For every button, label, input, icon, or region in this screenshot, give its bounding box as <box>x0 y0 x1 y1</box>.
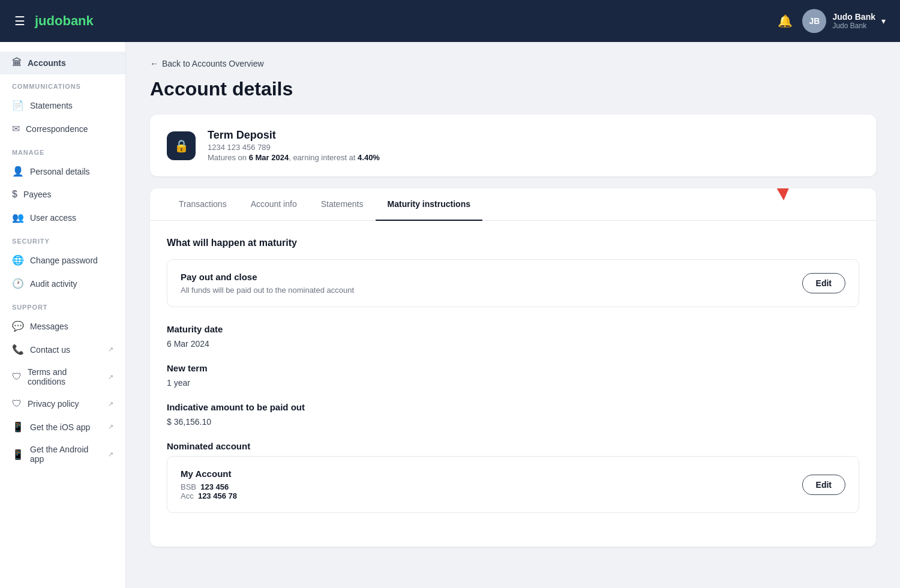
shield-icon-privacy: 🛡 <box>12 398 22 409</box>
account-matures: Matures on 6 Mar 2024, earning interest … <box>208 153 380 162</box>
matures-mid: , earning interest at <box>289 153 358 162</box>
sidebar-change-password-label: Change password <box>30 256 98 265</box>
sidebar-item-contact-us[interactable]: 📞 Contact us ↗ <box>0 338 125 361</box>
bell-icon[interactable]: 🔔 <box>778 14 793 28</box>
back-arrow-icon: ← <box>150 59 158 68</box>
external-link-icon-terms: ↗ <box>108 373 113 381</box>
logo-prefix: judo <box>35 13 62 28</box>
android-icon: 📱 <box>12 449 24 460</box>
message-icon: 💬 <box>12 320 24 332</box>
new-term-value: 1 year <box>167 378 859 388</box>
new-term-section: New term 1 year <box>167 363 859 388</box>
payout-title: Pay out and close <box>181 272 354 282</box>
nominated-account-box: My Account BSB 123 456 Acc 123 456 78 Ed… <box>167 456 859 513</box>
maturity-date-label: Maturity date <box>167 324 859 334</box>
sidebar-item-terms[interactable]: 🛡 Terms and conditions ↗ <box>0 361 125 392</box>
avatar: JB <box>802 9 826 33</box>
sidebar-item-ios-app[interactable]: 📱 Get the iOS app ↗ <box>0 415 125 439</box>
matures-prefix: Matures on <box>208 153 249 162</box>
person-icon: 👤 <box>12 166 24 177</box>
sidebar-item-personal-details[interactable]: 👤 Personal details <box>0 160 125 183</box>
nominated-section: Nominated account My Account BSB 123 456… <box>167 441 859 513</box>
clock-icon: 🕐 <box>12 278 24 289</box>
external-link-icon-android: ↗ <box>108 451 113 458</box>
section-label-communications: COMMUNICATIONS <box>0 74 125 94</box>
external-link-icon-ios: ↗ <box>108 423 113 431</box>
sidebar-item-android-app[interactable]: 📱 Get the Android app ↗ <box>0 439 125 470</box>
sidebar-contact-label: Contact us <box>30 345 70 355</box>
user-sub: Judo Bank <box>832 22 875 30</box>
external-link-icon: ↗ <box>108 346 113 353</box>
account-number: 1234 123 456 789 <box>208 143 380 152</box>
maturity-date-section: Maturity date 6 Mar 2024 <box>167 324 859 349</box>
account-card: 🔒 Term Deposit 1234 123 456 789 Matures … <box>150 115 876 176</box>
layout: 🏛 Accounts COMMUNICATIONS 📄 Statements ✉… <box>0 42 900 588</box>
tab-statements[interactable]: Statements <box>309 188 376 221</box>
bsb-label: BSB <box>181 482 196 491</box>
sidebar-audit-label: Audit activity <box>30 279 77 289</box>
payout-edit-button[interactable]: Edit <box>802 273 845 293</box>
main-content: ← Back to Accounts Overview Account deta… <box>126 42 900 588</box>
sidebar-item-user-access[interactable]: 👥 User access <box>0 206 125 229</box>
indicative-label: Indicative amount to be paid out <box>167 402 859 412</box>
nominated-acc-row: Acc 123 456 78 <box>181 491 237 500</box>
nominated-bsb-row: BSB 123 456 <box>181 482 237 491</box>
statements-icon: 📄 <box>12 100 24 111</box>
sidebar-terms-label: Terms and conditions <box>28 367 102 386</box>
sidebar-item-statements[interactable]: 📄 Statements <box>0 94 125 117</box>
acc-value: 123 456 78 <box>198 491 237 500</box>
indicative-value: $ 36,156.10 <box>167 417 859 427</box>
header-right: 🔔 JB Judo Bank Judo Bank ▾ <box>778 9 886 33</box>
page-title: Account details <box>150 78 876 100</box>
sidebar: 🏛 Accounts COMMUNICATIONS 📄 Statements ✉… <box>0 42 126 588</box>
maturity-box-info: Pay out and close All funds will be paid… <box>181 272 354 295</box>
sidebar-statements-label: Statements <box>30 101 73 110</box>
sidebar-personal-label: Personal details <box>30 167 90 176</box>
nominated-account-info: My Account BSB 123 456 Acc 123 456 78 <box>181 469 237 500</box>
sidebar-privacy-label: Privacy policy <box>28 399 79 409</box>
sidebar-item-payees[interactable]: $ Payees <box>0 183 125 206</box>
maturity-section-heading: What will happen at maturity <box>167 238 859 248</box>
chevron-down-icon: ▾ <box>881 16 886 26</box>
sidebar-item-accounts[interactable]: 🏛 Accounts <box>0 52 125 74</box>
tabs: Transactions Account info Statements Mat… <box>150 188 876 221</box>
sidebar-user-access-label: User access <box>30 213 76 223</box>
shield-icon-terms: 🛡 <box>12 371 22 382</box>
section-label-manage: MANAGE <box>0 140 125 160</box>
phone-icon: 📞 <box>12 344 24 355</box>
tab-account-info[interactable]: Account info <box>239 188 309 221</box>
hamburger-icon[interactable]: ☰ <box>14 14 25 28</box>
sidebar-item-privacy[interactable]: 🛡 Privacy policy ↗ <box>0 392 125 415</box>
sidebar-item-change-password[interactable]: 🌐 Change password <box>0 248 125 272</box>
user-menu[interactable]: JB Judo Bank Judo Bank ▾ <box>802 9 886 33</box>
external-link-icon-privacy: ↗ <box>108 400 113 408</box>
account-name: Term Deposit <box>208 129 380 142</box>
correspondence-icon: ✉ <box>12 123 20 134</box>
user-info: Judo Bank Judo Bank <box>832 12 875 30</box>
sidebar-accounts-label: Accounts <box>28 58 66 68</box>
maturity-date-value: 6 Mar 2024 <box>167 339 859 349</box>
dollar-icon: $ <box>12 189 17 200</box>
globe-icon: 🌐 <box>12 254 24 266</box>
header: ☰ judobank 🔔 JB Judo Bank Judo Bank ▾ <box>0 0 900 42</box>
lock-icon: 🔒 <box>174 139 189 153</box>
section-label-security: SECURITY <box>0 229 125 248</box>
sidebar-item-messages[interactable]: 💬 Messages <box>0 314 125 338</box>
acc-label: Acc <box>181 491 194 500</box>
sidebar-payees-label: Payees <box>23 190 52 199</box>
tab-maturity-instructions[interactable]: Maturity instructions <box>376 188 482 221</box>
user-name: Judo Bank <box>832 12 875 22</box>
sidebar-item-correspondence[interactable]: ✉ Correspondence <box>0 117 125 140</box>
logo-text: judobank <box>35 13 94 29</box>
users-icon: 👥 <box>12 212 24 223</box>
back-link[interactable]: ← Back to Accounts Overview <box>150 59 876 68</box>
new-term-label: New term <box>167 363 859 373</box>
sidebar-android-label: Get the Android app <box>30 445 102 464</box>
sidebar-item-audit-activity[interactable]: 🕐 Audit activity <box>0 272 125 295</box>
detail-card: Transactions Account info Statements Mat… <box>150 188 876 547</box>
tab-transactions[interactable]: Transactions <box>167 188 239 221</box>
sidebar-correspondence-label: Correspondence <box>26 124 88 134</box>
nominated-edit-button[interactable]: Edit <box>802 475 845 495</box>
payout-sub: All funds will be paid out to the nomina… <box>181 286 354 295</box>
nominated-label: Nominated account <box>167 441 859 451</box>
